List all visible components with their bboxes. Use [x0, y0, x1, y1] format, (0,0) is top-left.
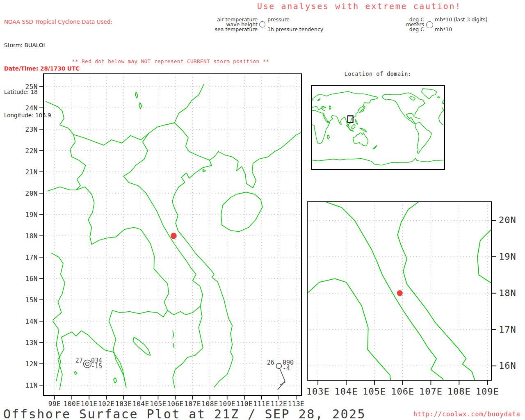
lat-tick-label: 14N	[25, 317, 38, 325]
coastline-path	[373, 146, 377, 149]
domain-box	[348, 116, 353, 122]
lat-tick-label: 13N	[25, 339, 38, 347]
lon-tick-label: 107E	[419, 386, 443, 397]
station-circle-icon	[259, 21, 265, 27]
lat-tick-label: 16N	[499, 361, 516, 371]
coastline-path	[382, 93, 425, 123]
lat-tick-label: 17N	[25, 253, 38, 261]
coastline-path	[221, 192, 262, 231]
coastline-path	[73, 133, 148, 145]
coastline-path	[51, 253, 65, 320]
station-air-temp: 27	[75, 357, 83, 364]
coastline-path	[438, 97, 440, 98]
coastline-path	[422, 89, 437, 99]
coastline-layer	[311, 89, 445, 165]
coastline-path	[415, 122, 431, 153]
lat-tick-label: 12N	[25, 360, 38, 368]
regional-map-inset: 103E104E105E106E107E108E109E16N17N18N19N…	[287, 197, 525, 398]
coastline-path	[359, 107, 365, 113]
station-circle-icon	[426, 21, 433, 28]
storm-position-dot	[397, 290, 403, 296]
coastline-path	[46, 101, 86, 190]
legend-sea-temp-unit: deg C	[358, 26, 424, 32]
lat-tick-label: 24N	[25, 104, 38, 112]
data-source-line: NOAA SSD Tropical Cyclone Data Used:	[4, 18, 112, 26]
coastline-path	[210, 131, 303, 188]
lon-tick-label: 104E	[334, 386, 358, 397]
lon-tick-label: 109E	[476, 386, 499, 397]
lon-tick-label: 108E	[447, 386, 471, 397]
lat-tick-label: 22N	[25, 147, 38, 155]
lat-tick-label: 23N	[25, 126, 38, 133]
coastline-path	[448, 180, 452, 184]
coastline-path	[173, 331, 173, 338]
lon-tick-label: 105E	[363, 386, 386, 397]
storm-position-dot	[171, 233, 177, 239]
coastline-path	[341, 124, 342, 125]
coastline-path	[410, 97, 415, 100]
coastline-path	[443, 100, 445, 104]
lat-tick-label: 19N	[499, 251, 516, 262]
world-inset-title: Location of domain:	[311, 71, 445, 77]
lon-tick-label: 103E	[306, 386, 330, 397]
coastline-path	[139, 103, 142, 109]
coastline-path	[337, 48, 341, 59]
legend-tendency-unit: mb*10	[435, 26, 452, 32]
station-plot: 27034-15	[75, 357, 102, 370]
coastline-path	[353, 133, 368, 146]
lat-tick-label: 11N	[25, 381, 38, 389]
world-map-inset	[311, 85, 445, 170]
coastline-path	[352, 124, 355, 129]
lat-tick-label: 20N	[25, 189, 38, 197]
coastline-path	[114, 378, 117, 383]
coastline-path	[356, 119, 358, 124]
legend-tendency-label: 3h pressure tendency	[267, 26, 323, 32]
coastline-path	[439, 110, 445, 126]
lat-tick-label: 20N	[499, 215, 516, 225]
coastline-path	[360, 128, 367, 132]
coastline-path	[148, 123, 210, 160]
coastline-path	[123, 133, 203, 387]
legend-sea-temp-label: sea temperature	[176, 26, 258, 32]
coastline-path	[311, 91, 378, 127]
lat-tick-label: 19N	[25, 211, 38, 219]
station-air-temp: 26	[267, 359, 274, 366]
lat-tick-label: 17N	[499, 324, 516, 335]
coastline-path	[133, 337, 150, 355]
coastline-path	[203, 169, 205, 172]
coastline-path	[74, 371, 77, 374]
caution-headline: Use analyses with extreme caution!	[257, 1, 461, 11]
legend-pressure-unit: mb*10 (last 3 digits)	[435, 16, 488, 23]
coastline-path	[172, 160, 233, 387]
lon-tick-label: 106E	[391, 386, 414, 397]
station-pressure-tendency: -15	[91, 363, 102, 370]
coastline-path	[317, 98, 320, 101]
legend-pressure-label: pressure	[267, 16, 290, 23]
lat-tick-label: 18N	[499, 288, 516, 298]
storm-name-line: Storm: BUALOI	[4, 41, 112, 49]
red-dot-note: ** Red dot below may NOT represent CURRE…	[72, 58, 269, 64]
coastline-path	[174, 84, 204, 123]
coastline-path	[397, 164, 497, 420]
source-url: http://coolwx.com/buoydata	[413, 411, 520, 418]
coastline-path	[135, 92, 138, 98]
lat-tick-label: 21N	[25, 168, 38, 176]
lat-tick-label: 16N	[25, 275, 38, 283]
coastline-path	[311, 113, 330, 144]
coastline-path	[459, 115, 525, 211]
coastline-path	[311, 158, 445, 165]
coastline-path	[173, 344, 174, 348]
coastline-path	[414, 117, 418, 118]
coastline-path	[53, 321, 61, 381]
coastline-path	[329, 105, 331, 110]
plot-title: Offshore Surface Plot at 21Z / SEP 28, 2…	[3, 407, 366, 420]
lat-tick-label: 15N	[25, 296, 38, 304]
coastline-path	[112, 306, 201, 317]
coastline-path	[327, 135, 329, 139]
lat-tick-label: 18N	[25, 232, 38, 240]
coastline-path	[48, 187, 169, 310]
main-map: 99E100E101E102E103E104E105E106E107E108E1…	[25, 70, 312, 416]
coastline-path	[321, 107, 326, 109]
lat-tick-label: 25N	[25, 83, 38, 91]
